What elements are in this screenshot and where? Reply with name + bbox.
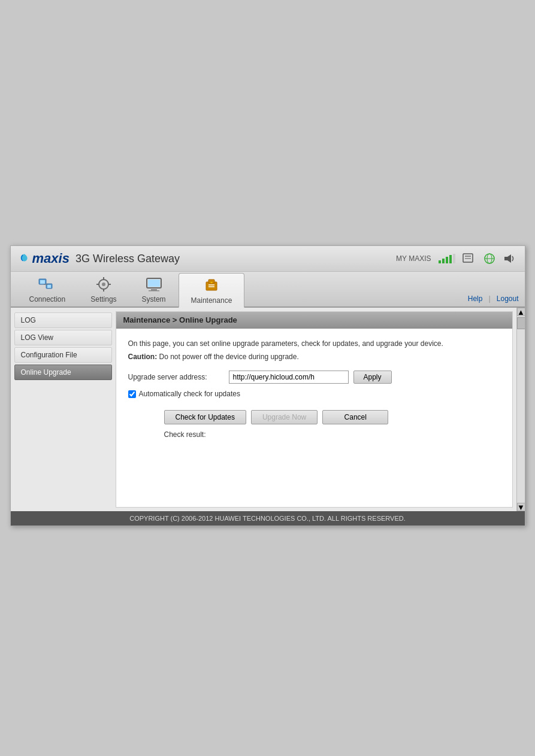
svg-rect-10 (47, 285, 51, 288)
page-icon[interactable] (463, 253, 476, 264)
settings-tab-icon (94, 276, 113, 293)
header-bar: maxis 3G Wireless Gateway MY MAXIS (11, 246, 525, 272)
maxis-brand-text: maxis (32, 251, 69, 266)
tab-settings-label: Settings (90, 295, 116, 303)
logout-link[interactable]: Logout (497, 294, 519, 303)
tab-settings[interactable]: Settings (78, 272, 129, 306)
sidebar-item-config-file[interactable]: Configuration File (14, 347, 112, 363)
maxis-swoosh-icon (19, 253, 30, 264)
speaker-icon[interactable] (503, 253, 516, 264)
caution-text: Caution: Do not power off the device dur… (128, 353, 500, 361)
signal-bars-icon (439, 254, 455, 263)
header-right: MY MAXIS (396, 253, 516, 264)
caution-label: Caution: (128, 353, 158, 361)
check-result-label: Check result: (164, 430, 206, 439)
nav-tabs: Connection Settings (11, 272, 525, 308)
sidebar: LOG LOG View Configuration File Online U… (11, 308, 116, 511)
connection-tab-icon (38, 276, 57, 293)
scrollbar-thumb[interactable] (517, 317, 525, 329)
svg-rect-8 (40, 280, 45, 284)
content-body: On this page, you can set online upgrade… (116, 329, 512, 448)
svg-point-13 (102, 283, 105, 286)
server-address-input[interactable] (229, 371, 349, 384)
tab-system-label: System (142, 295, 166, 303)
server-address-row: Upgrade server address: Apply (128, 371, 500, 384)
logo-area: maxis 3G Wireless Gateway (19, 251, 180, 266)
cancel-button[interactable]: Cancel (322, 410, 388, 424)
svg-rect-6 (504, 257, 507, 260)
auto-check-row: Automatically check for updates (128, 390, 500, 398)
check-result-row: Check result: (128, 430, 500, 439)
tab-system[interactable]: System (129, 272, 179, 306)
tab-maintenance-label: Maintenance (191, 296, 232, 305)
server-address-label: Upgrade server address: (128, 373, 224, 381)
svg-rect-19 (148, 280, 160, 287)
tab-maintenance[interactable]: Maintenance (179, 273, 245, 308)
caution-message: Do not power off the device during upgra… (159, 353, 299, 361)
svg-rect-21 (149, 290, 159, 292)
globe-icon[interactable] (483, 253, 496, 264)
svg-rect-2 (465, 258, 471, 259)
auto-check-checkbox[interactable] (128, 390, 136, 398)
tab-connection-label: Connection (29, 295, 66, 303)
nav-right: Help | Logout (468, 294, 519, 306)
content-panel: Maintenance > Online Upgrade On this pag… (116, 311, 513, 508)
sidebar-item-log-view[interactable]: LOG View (14, 330, 112, 345)
gateway-title: 3G Wireless Gateway (75, 253, 180, 265)
svg-rect-1 (465, 256, 471, 257)
my-maxis-label: MY MAXIS (396, 254, 431, 263)
description-text: On this page, you can set online upgrade… (128, 338, 500, 349)
scrollbar[interactable]: ▲ ▼ (516, 308, 525, 511)
tab-connection[interactable]: Connection (17, 272, 78, 306)
auto-check-label: Automatically check for updates (139, 390, 240, 398)
upgrade-now-button[interactable]: Upgrade Now (251, 410, 318, 424)
help-link[interactable]: Help (468, 294, 483, 303)
action-buttons: Check for Updates Upgrade Now Cancel (128, 410, 500, 424)
svg-rect-20 (151, 289, 157, 290)
maintenance-tab-icon (202, 277, 221, 294)
apply-button[interactable]: Apply (353, 371, 392, 384)
main-content: LOG LOG View Configuration File Online U… (11, 308, 525, 511)
maxis-logo: maxis (19, 251, 69, 266)
system-tab-icon (144, 276, 164, 293)
footer: COPYRIGHT (C) 2006-2012 HUAWEI TECHNOLOG… (11, 511, 525, 526)
sidebar-item-online-upgrade[interactable]: Online Upgrade (14, 365, 112, 380)
sidebar-item-log[interactable]: LOG (14, 312, 112, 328)
content-header: Maintenance > Online Upgrade (116, 312, 512, 329)
check-updates-button[interactable]: Check for Updates (164, 410, 246, 424)
